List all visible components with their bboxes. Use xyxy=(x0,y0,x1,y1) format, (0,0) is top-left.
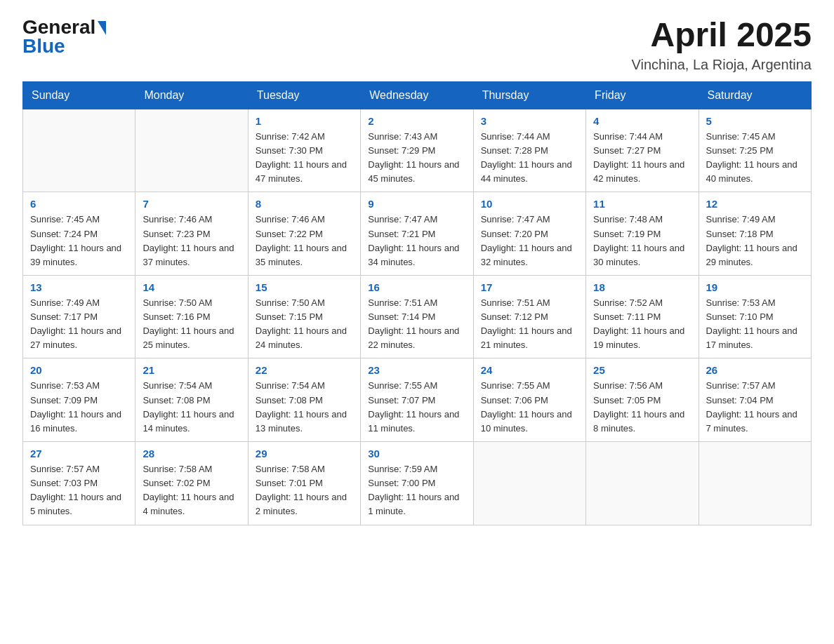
day-info: Sunrise: 7:48 AMSunset: 7:19 PMDaylight:… xyxy=(593,213,691,269)
day-info: Sunrise: 7:58 AMSunset: 7:02 PMDaylight:… xyxy=(143,462,240,519)
calendar-cell: 1Sunrise: 7:42 AMSunset: 7:30 PMDaylight… xyxy=(248,109,360,192)
calendar-cell: 23Sunrise: 7:55 AMSunset: 7:07 PMDayligh… xyxy=(361,358,473,442)
calendar-cell xyxy=(135,109,248,192)
calendar-cell: 22Sunrise: 7:54 AMSunset: 7:08 PMDayligh… xyxy=(248,358,360,442)
logo-blue-text: Blue xyxy=(22,36,106,58)
calendar-cell: 9Sunrise: 7:47 AMSunset: 7:21 PMDaylight… xyxy=(361,192,473,276)
weekday-header-friday: Friday xyxy=(586,81,699,109)
day-number: 9 xyxy=(368,198,465,210)
calendar-cell: 12Sunrise: 7:49 AMSunset: 7:18 PMDayligh… xyxy=(699,192,811,276)
day-info: Sunrise: 7:58 AMSunset: 7:01 PMDaylight:… xyxy=(256,462,353,519)
day-info: Sunrise: 7:44 AMSunset: 7:27 PMDaylight:… xyxy=(593,130,691,187)
calendar-cell: 17Sunrise: 7:51 AMSunset: 7:12 PMDayligh… xyxy=(473,275,585,358)
day-number: 21 xyxy=(143,364,240,376)
calendar-cell: 18Sunrise: 7:52 AMSunset: 7:11 PMDayligh… xyxy=(586,275,699,358)
day-number: 2 xyxy=(368,115,465,127)
day-number: 16 xyxy=(368,281,465,293)
weekday-header-monday: Monday xyxy=(135,81,248,109)
day-number: 25 xyxy=(593,364,691,376)
day-number: 1 xyxy=(256,115,353,127)
day-number: 23 xyxy=(368,364,465,376)
day-info: Sunrise: 7:47 AMSunset: 7:21 PMDaylight:… xyxy=(368,213,465,269)
day-number: 26 xyxy=(706,364,804,376)
day-number: 6 xyxy=(30,198,128,210)
day-number: 18 xyxy=(593,281,691,293)
day-info: Sunrise: 7:51 AMSunset: 7:12 PMDaylight:… xyxy=(481,296,578,353)
day-number: 27 xyxy=(30,448,128,459)
day-info: Sunrise: 7:43 AMSunset: 7:29 PMDaylight:… xyxy=(368,130,465,187)
day-info: Sunrise: 7:57 AMSunset: 7:03 PMDaylight:… xyxy=(30,462,128,519)
calendar-cell: 28Sunrise: 7:58 AMSunset: 7:02 PMDayligh… xyxy=(135,442,248,525)
day-info: Sunrise: 7:55 AMSunset: 7:07 PMDaylight:… xyxy=(368,379,465,436)
weekday-header-wednesday: Wednesday xyxy=(361,81,473,109)
weekday-header-row: SundayMondayTuesdayWednesdayThursdayFrid… xyxy=(23,81,812,109)
day-info: Sunrise: 7:46 AMSunset: 7:23 PMDaylight:… xyxy=(143,213,240,269)
day-info: Sunrise: 7:45 AMSunset: 7:24 PMDaylight:… xyxy=(30,213,128,269)
day-info: Sunrise: 7:49 AMSunset: 7:18 PMDaylight:… xyxy=(706,213,804,269)
day-info: Sunrise: 7:59 AMSunset: 7:00 PMDaylight:… xyxy=(368,462,465,519)
day-info: Sunrise: 7:54 AMSunset: 7:08 PMDaylight:… xyxy=(256,379,353,436)
day-info: Sunrise: 7:53 AMSunset: 7:09 PMDaylight:… xyxy=(30,379,128,436)
title-section: April 2025 Vinchina, La Rioja, Argentina xyxy=(632,17,812,73)
calendar-cell: 13Sunrise: 7:49 AMSunset: 7:17 PMDayligh… xyxy=(23,275,135,358)
day-number: 8 xyxy=(256,198,353,210)
day-number: 20 xyxy=(30,364,128,376)
calendar-cell: 3Sunrise: 7:44 AMSunset: 7:28 PMDaylight… xyxy=(473,109,585,192)
day-info: Sunrise: 7:51 AMSunset: 7:14 PMDaylight:… xyxy=(368,296,465,353)
day-info: Sunrise: 7:52 AMSunset: 7:11 PMDaylight:… xyxy=(593,296,691,353)
day-number: 3 xyxy=(481,115,578,127)
calendar-cell: 10Sunrise: 7:47 AMSunset: 7:20 PMDayligh… xyxy=(473,192,585,276)
day-number: 22 xyxy=(256,364,353,376)
day-number: 17 xyxy=(481,281,578,293)
day-number: 30 xyxy=(368,448,465,459)
day-info: Sunrise: 7:55 AMSunset: 7:06 PMDaylight:… xyxy=(481,379,578,436)
calendar-cell: 6Sunrise: 7:45 AMSunset: 7:24 PMDaylight… xyxy=(23,192,135,276)
calendar-cell xyxy=(699,442,811,525)
day-number: 7 xyxy=(143,198,240,210)
calendar-cell xyxy=(473,442,585,525)
day-info: Sunrise: 7:42 AMSunset: 7:30 PMDaylight:… xyxy=(256,130,353,187)
calendar-cell: 19Sunrise: 7:53 AMSunset: 7:10 PMDayligh… xyxy=(699,275,811,358)
day-number: 10 xyxy=(481,198,578,210)
day-info: Sunrise: 7:49 AMSunset: 7:17 PMDaylight:… xyxy=(30,296,128,353)
calendar-cell: 16Sunrise: 7:51 AMSunset: 7:14 PMDayligh… xyxy=(361,275,473,358)
calendar-cell: 5Sunrise: 7:45 AMSunset: 7:25 PMDaylight… xyxy=(699,109,811,192)
day-info: Sunrise: 7:50 AMSunset: 7:15 PMDaylight:… xyxy=(256,296,353,353)
weekday-header-tuesday: Tuesday xyxy=(248,81,360,109)
calendar-table: SundayMondayTuesdayWednesdayThursdayFrid… xyxy=(22,81,812,525)
calendar-cell: 26Sunrise: 7:57 AMSunset: 7:04 PMDayligh… xyxy=(699,358,811,442)
page-subtitle: Vinchina, La Rioja, Argentina xyxy=(632,57,812,73)
day-info: Sunrise: 7:44 AMSunset: 7:28 PMDaylight:… xyxy=(481,130,578,187)
calendar-week-row: 20Sunrise: 7:53 AMSunset: 7:09 PMDayligh… xyxy=(23,358,812,442)
calendar-cell: 20Sunrise: 7:53 AMSunset: 7:09 PMDayligh… xyxy=(23,358,135,442)
day-info: Sunrise: 7:53 AMSunset: 7:10 PMDaylight:… xyxy=(706,296,804,353)
calendar-cell: 24Sunrise: 7:55 AMSunset: 7:06 PMDayligh… xyxy=(473,358,585,442)
day-number: 13 xyxy=(30,281,128,293)
weekday-header-saturday: Saturday xyxy=(699,81,811,109)
calendar-week-row: 6Sunrise: 7:45 AMSunset: 7:24 PMDaylight… xyxy=(23,192,812,276)
calendar-cell: 2Sunrise: 7:43 AMSunset: 7:29 PMDaylight… xyxy=(361,109,473,192)
calendar-cell: 4Sunrise: 7:44 AMSunset: 7:27 PMDaylight… xyxy=(586,109,699,192)
day-number: 28 xyxy=(143,448,240,459)
day-info: Sunrise: 7:45 AMSunset: 7:25 PMDaylight:… xyxy=(706,130,804,187)
day-info: Sunrise: 7:54 AMSunset: 7:08 PMDaylight:… xyxy=(143,379,240,436)
weekday-header-thursday: Thursday xyxy=(473,81,585,109)
day-number: 12 xyxy=(706,198,804,210)
logo: General Blue xyxy=(22,17,106,58)
calendar-cell: 14Sunrise: 7:50 AMSunset: 7:16 PMDayligh… xyxy=(135,275,248,358)
calendar-cell: 25Sunrise: 7:56 AMSunset: 7:05 PMDayligh… xyxy=(586,358,699,442)
calendar-cell: 11Sunrise: 7:48 AMSunset: 7:19 PMDayligh… xyxy=(586,192,699,276)
calendar-cell: 29Sunrise: 7:58 AMSunset: 7:01 PMDayligh… xyxy=(248,442,360,525)
day-number: 19 xyxy=(706,281,804,293)
page-title: April 2025 xyxy=(632,17,812,54)
day-info: Sunrise: 7:57 AMSunset: 7:04 PMDaylight:… xyxy=(706,379,804,436)
calendar-cell: 30Sunrise: 7:59 AMSunset: 7:00 PMDayligh… xyxy=(361,442,473,525)
calendar-cell: 21Sunrise: 7:54 AMSunset: 7:08 PMDayligh… xyxy=(135,358,248,442)
day-number: 4 xyxy=(593,115,691,127)
day-number: 5 xyxy=(706,115,804,127)
calendar-cell: 15Sunrise: 7:50 AMSunset: 7:15 PMDayligh… xyxy=(248,275,360,358)
calendar-week-row: 1Sunrise: 7:42 AMSunset: 7:30 PMDaylight… xyxy=(23,109,812,192)
day-number: 14 xyxy=(143,281,240,293)
logo-triangle-icon xyxy=(98,21,106,35)
day-info: Sunrise: 7:50 AMSunset: 7:16 PMDaylight:… xyxy=(143,296,240,353)
